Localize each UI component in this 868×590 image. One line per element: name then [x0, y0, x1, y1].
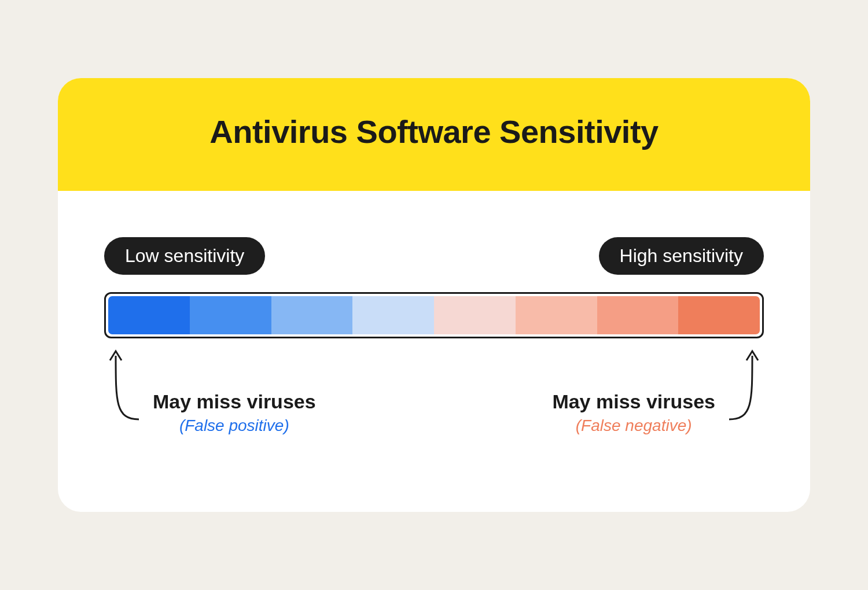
spectrum-segment	[678, 296, 760, 334]
pill-row: Low sensitivity High sensitivity	[104, 237, 764, 275]
info-card: Antivirus Software Sensitivity Low sensi…	[58, 78, 810, 512]
card-title: Antivirus Software Sensitivity	[81, 113, 787, 150]
arrow-up-left-icon	[104, 344, 145, 425]
spectrum-segment	[516, 296, 597, 334]
callout-low-sub: (False positive)	[153, 416, 316, 435]
spectrum-segment	[190, 296, 271, 334]
callout-high-desc: May miss viruses	[552, 390, 715, 413]
callout-high-sub: (False negative)	[552, 416, 715, 435]
callout-high: May miss viruses (False negative)	[552, 344, 764, 435]
callout-high-text: May miss viruses (False negative)	[552, 344, 715, 435]
card-header: Antivirus Software Sensitivity	[58, 78, 810, 191]
sensitivity-spectrum	[104, 292, 764, 338]
spectrum-segment	[352, 296, 434, 334]
spectrum-segment	[271, 296, 353, 334]
callout-row: May miss viruses (False positive) May mi…	[104, 344, 764, 460]
callout-low: May miss viruses (False positive)	[104, 344, 316, 435]
arrow-up-right-icon	[723, 344, 764, 425]
callout-low-text: May miss viruses (False positive)	[153, 344, 316, 435]
callout-low-desc: May miss viruses	[153, 390, 316, 413]
pill-low-sensitivity: Low sensitivity	[104, 237, 265, 275]
spectrum-segment	[597, 296, 679, 334]
pill-high-sensitivity: High sensitivity	[599, 237, 764, 275]
card-body: Low sensitivity High sensitivity May mis…	[58, 191, 810, 512]
spectrum-segment	[434, 296, 516, 334]
spectrum-segment	[108, 296, 190, 334]
